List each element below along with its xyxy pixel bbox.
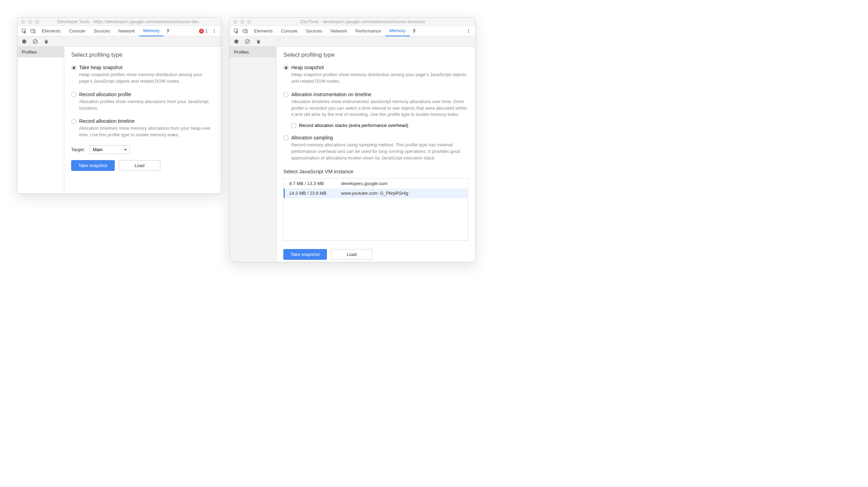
- memory-toolbar: [18, 36, 221, 47]
- button-row: Take snapshot Load: [71, 160, 214, 171]
- take-snapshot-button[interactable]: Take snapshot: [71, 160, 115, 171]
- option-allocation-instrumentation[interactable]: Allocation instrumentation on timeline A…: [283, 92, 468, 128]
- device-toggle-icon[interactable]: [241, 26, 250, 36]
- tab-console[interactable]: Console: [277, 26, 302, 36]
- devtools-window-new: DevTools - developers.google.com/web/too…: [229, 17, 475, 262]
- svg-point-4: [214, 30, 215, 31]
- option-heap-snapshot[interactable]: Take heap snapshot Heap snapshot profile…: [71, 65, 214, 85]
- radio-label: Heap snapshot: [291, 65, 324, 70]
- close-window-button[interactable]: [21, 20, 25, 24]
- radio-heap-snapshot[interactable]: [71, 65, 76, 70]
- option-allocation-timeline[interactable]: Record allocation timeline Allocation ti…: [71, 118, 214, 138]
- trash-icon[interactable]: [43, 38, 49, 45]
- inspect-icon[interactable]: [20, 26, 29, 36]
- record-stacks-checkbox[interactable]: [291, 123, 296, 128]
- tabs-bar: Elements Console Sources Network Perform…: [230, 26, 475, 36]
- svg-point-14: [234, 39, 238, 44]
- sidebar: Profiles: [230, 47, 276, 262]
- vm-host: developers.google.com: [341, 181, 462, 186]
- tab-network[interactable]: Network: [327, 26, 351, 36]
- radio-allocation-sampling[interactable]: [283, 135, 289, 140]
- devtools-window-old: Developer Tools - https://developers.goo…: [17, 17, 221, 194]
- trash-icon[interactable]: [255, 38, 262, 45]
- kebab-menu-icon[interactable]: [210, 26, 219, 36]
- traffic-lights: [233, 20, 251, 24]
- inspect-icon[interactable]: [232, 26, 241, 36]
- minimize-window-button[interactable]: [240, 20, 244, 24]
- option-heap-snapshot[interactable]: Heap snapshot Heap snapshot profiles sho…: [283, 65, 468, 85]
- vm-instance-heading: Select JavaScript VM instance: [283, 168, 468, 174]
- maximize-window-button[interactable]: [35, 20, 39, 24]
- svg-point-6: [22, 39, 26, 44]
- radio-allocation-profile[interactable]: [71, 92, 76, 97]
- radio-description: Heap snapshot profiles show memory distr…: [79, 72, 214, 85]
- titlebar: Developer Tools - https://developers.goo…: [18, 18, 221, 26]
- clear-icon[interactable]: [244, 38, 251, 45]
- svg-rect-10: [246, 30, 247, 33]
- target-select[interactable]: Main: [89, 145, 130, 154]
- radio-description: Heap snapshot profiles show memory distr…: [291, 72, 468, 85]
- radio-heap-snapshot[interactable]: [283, 65, 289, 70]
- minimize-window-button[interactable]: [28, 20, 32, 24]
- radio-description: Allocation timelines show memory allocat…: [79, 125, 214, 138]
- record-icon[interactable]: [233, 38, 239, 45]
- clear-icon[interactable]: [32, 38, 38, 45]
- vm-instance-row[interactable]: 14.3 MB / 23.8 MB www.youtube.com: G_P6r…: [284, 189, 468, 198]
- more-tabs-icon[interactable]: [163, 26, 172, 36]
- tab-elements[interactable]: Elements: [250, 26, 277, 36]
- target-label: Target:: [71, 147, 85, 152]
- option-allocation-profile[interactable]: Record allocation profile Allocation pro…: [71, 92, 214, 112]
- load-button[interactable]: Load: [119, 160, 160, 171]
- radio-allocation-instrumentation[interactable]: [283, 92, 289, 97]
- error-badge[interactable]: ✕ 1: [199, 29, 208, 34]
- radio-label: Allocation sampling: [291, 135, 333, 140]
- sidebar-item-profiles[interactable]: Profiles: [230, 47, 276, 57]
- vm-instance-row[interactable]: 8.7 MB / 13.3 MB developers.google.com: [284, 179, 468, 189]
- device-toggle-icon[interactable]: [29, 26, 38, 36]
- tab-memory[interactable]: Memory: [139, 26, 163, 36]
- radio-description: Allocation timelines show instrumented J…: [291, 99, 468, 118]
- more-tabs-icon[interactable]: [410, 26, 419, 36]
- radio-label: Record allocation profile: [79, 92, 131, 97]
- content: Profiles Select profiling type Take heap…: [18, 47, 221, 193]
- profiling-type-heading: Select profiling type: [283, 52, 468, 58]
- maximize-window-button[interactable]: [247, 20, 251, 24]
- close-window-button[interactable]: [233, 20, 237, 24]
- error-count: 1: [205, 29, 208, 34]
- tab-elements[interactable]: Elements: [38, 26, 65, 36]
- content: Profiles Select profiling type Heap snap…: [230, 47, 475, 262]
- window-title: Developer Tools - https://developers.goo…: [42, 19, 217, 24]
- record-icon[interactable]: [21, 38, 27, 45]
- radio-allocation-timeline[interactable]: [71, 119, 76, 124]
- record-stacks-label: Record allocation stacks (extra performa…: [299, 123, 408, 128]
- record-stacks-row[interactable]: Record allocation stacks (extra performa…: [291, 123, 468, 128]
- titlebar: DevTools - developers.google.com/web/too…: [230, 18, 475, 26]
- tab-network[interactable]: Network: [114, 26, 139, 36]
- tab-memory[interactable]: Memory: [385, 26, 410, 36]
- kebab-menu-icon[interactable]: [464, 26, 473, 36]
- svg-point-12: [468, 30, 469, 31]
- sidebar-item-profiles[interactable]: Profiles: [18, 47, 64, 57]
- svg-point-13: [468, 32, 469, 33]
- tabs-bar: Elements Console Sources Network Memory …: [18, 26, 221, 36]
- target-row: Target: Main: [71, 145, 214, 154]
- memory-toolbar: [230, 36, 475, 47]
- main-panel: Select profiling type Heap snapshot Heap…: [276, 47, 475, 262]
- option-allocation-sampling[interactable]: Allocation sampling Record memory alloca…: [283, 135, 468, 162]
- vm-instance-table: 8.7 MB / 13.3 MB developers.google.com 1…: [283, 178, 468, 241]
- vm-size: 14.3 MB / 23.8 MB: [289, 191, 341, 196]
- tab-sources[interactable]: Sources: [89, 26, 114, 36]
- svg-rect-2: [34, 30, 35, 33]
- radio-label: Record allocation timeline: [79, 118, 134, 124]
- svg-point-3: [214, 29, 215, 30]
- svg-point-5: [214, 32, 215, 33]
- radio-label: Take heap snapshot: [79, 65, 122, 70]
- traffic-lights: [21, 20, 39, 24]
- load-button[interactable]: Load: [331, 249, 372, 260]
- window-title: DevTools - developers.google.com/web/too…: [254, 19, 472, 24]
- take-snapshot-button[interactable]: Take snapshot: [283, 249, 327, 260]
- tab-performance[interactable]: Performance: [351, 26, 385, 36]
- tab-sources[interactable]: Sources: [302, 26, 327, 36]
- radio-description: Allocation profiles show memory allocati…: [79, 99, 214, 112]
- tab-console[interactable]: Console: [65, 26, 89, 36]
